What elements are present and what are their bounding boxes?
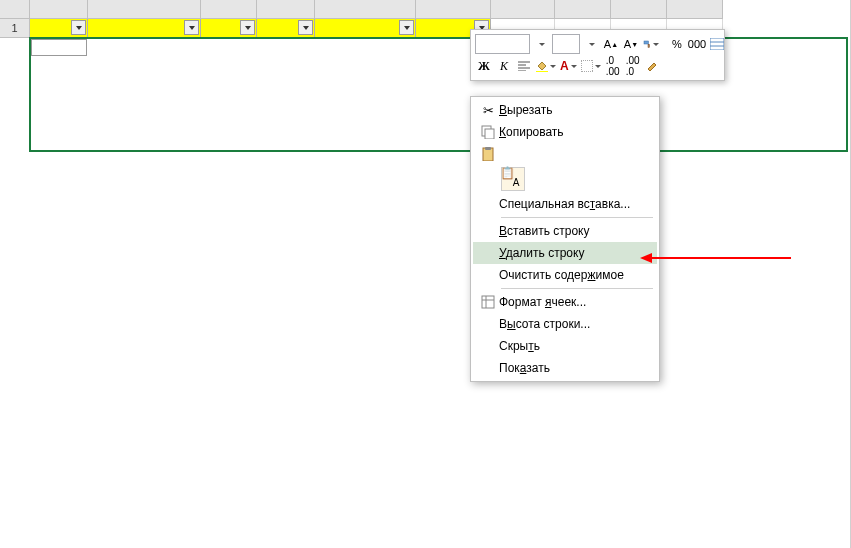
mini-toolbar: A▲ A▼ % 000 Ж К A .0.00 .00.0: [470, 29, 725, 81]
select-all-corner[interactable]: [0, 0, 30, 19]
menu-row-height[interactable]: Высота строки...: [473, 313, 657, 335]
cell-B1[interactable]: [88, 19, 201, 38]
col-header-A[interactable]: [30, 0, 88, 19]
filter-icon[interactable]: [184, 20, 199, 35]
cell-A1[interactable]: [30, 19, 88, 38]
bold-button[interactable]: Ж: [475, 56, 493, 76]
font-color-button[interactable]: A: [559, 56, 578, 76]
font-family-input[interactable]: [475, 34, 530, 54]
svg-rect-14: [485, 147, 491, 150]
increase-decimal-button[interactable]: .0.00: [604, 56, 622, 76]
column-headers-row: [0, 0, 723, 19]
col-header-J[interactable]: [667, 0, 723, 19]
menu-show[interactable]: Показать: [473, 357, 657, 379]
col-header-F[interactable]: [416, 0, 491, 19]
col-header-H[interactable]: [555, 0, 611, 19]
format-painter-button[interactable]: [642, 34, 660, 54]
font-size-input[interactable]: [552, 34, 580, 54]
cell-C1[interactable]: [201, 19, 257, 38]
font-dropdown-icon[interactable]: [532, 34, 550, 54]
menu-insert-row[interactable]: Вставить строку: [473, 220, 657, 242]
menu-clear-contents[interactable]: Очистить содержимое: [473, 264, 657, 286]
paste-option-row: A: [473, 165, 657, 193]
decrease-decimal-button[interactable]: .00.0: [624, 56, 642, 76]
comma-style-button[interactable]: 000: [688, 34, 706, 54]
menu-hide[interactable]: Скрыть: [473, 335, 657, 357]
cell-E1[interactable]: [315, 19, 416, 38]
active-cell: [31, 39, 87, 56]
svg-rect-10: [581, 60, 593, 72]
format-cells-icon: [477, 295, 499, 309]
selection-border: [29, 37, 848, 152]
menu-cut[interactable]: ✂ Вырезать: [473, 99, 657, 121]
copy-icon: [477, 125, 499, 139]
format-painter-brush-button[interactable]: [644, 56, 662, 76]
context-menu: ✂ Вырезать Копировать A Специальная вста…: [470, 96, 660, 382]
filter-icon[interactable]: [399, 20, 414, 35]
row-header-1[interactable]: 1: [0, 19, 30, 38]
filter-icon[interactable]: [240, 20, 255, 35]
col-header-G[interactable]: [491, 0, 555, 19]
percent-button[interactable]: %: [668, 34, 686, 54]
filter-icon[interactable]: [71, 20, 86, 35]
merge-button[interactable]: [708, 34, 726, 54]
grow-font-button[interactable]: A▲: [602, 34, 620, 54]
svg-rect-12: [485, 129, 494, 139]
svg-rect-1: [648, 45, 650, 48]
col-header-C[interactable]: [201, 0, 257, 19]
menu-delete-row[interactable]: Удалить строку: [473, 242, 657, 264]
filter-icon[interactable]: [298, 20, 313, 35]
menu-format-cells[interactable]: Формат ячеек...: [473, 291, 657, 313]
svg-rect-15: [482, 296, 494, 308]
svg-rect-0: [644, 41, 649, 44]
menu-paste-special[interactable]: Специальная вставка...: [473, 193, 657, 215]
borders-button[interactable]: [580, 56, 602, 76]
menu-paste-options-heading: [473, 143, 657, 165]
italic-button[interactable]: К: [495, 56, 513, 76]
cut-icon: ✂: [477, 103, 499, 118]
col-header-B[interactable]: [88, 0, 201, 19]
svg-rect-2: [710, 38, 724, 50]
spreadsheet: 1 A▲ A▼ % 000 Ж К: [0, 0, 851, 548]
fill-color-button[interactable]: [535, 56, 557, 76]
size-dropdown-icon[interactable]: [582, 34, 600, 54]
shrink-font-button[interactable]: A▼: [622, 34, 640, 54]
col-header-E[interactable]: [315, 0, 416, 19]
col-header-D[interactable]: [257, 0, 315, 19]
svg-rect-9: [536, 71, 548, 72]
cell-D1[interactable]: [257, 19, 315, 38]
menu-separator: [501, 217, 653, 218]
paste-icon: [477, 147, 499, 161]
align-button[interactable]: [515, 56, 533, 76]
col-header-I[interactable]: [611, 0, 667, 19]
menu-separator: [501, 288, 653, 289]
menu-copy[interactable]: Копировать: [473, 121, 657, 143]
paste-default-button[interactable]: A: [501, 167, 525, 191]
